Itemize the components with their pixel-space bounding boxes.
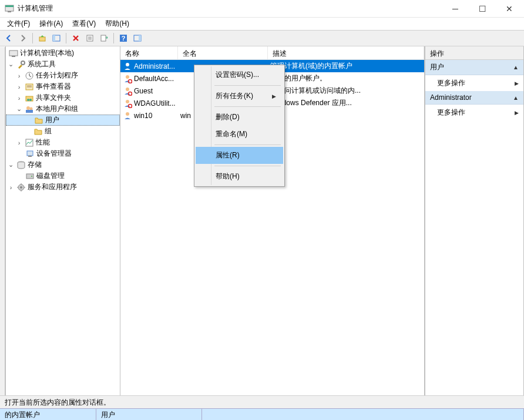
svg-point-41 <box>126 100 129 103</box>
list-header: 名称 全名 描述 <box>120 46 424 60</box>
user-disabled-icon <box>123 86 132 96</box>
disk-icon <box>25 172 35 181</box>
chevron-right-icon: ▶ <box>272 93 276 99</box>
tree-groups[interactable]: 组 <box>6 126 120 137</box>
svg-point-17 <box>21 61 25 65</box>
bottom-remnant: 的内置帐户 用户 <box>0 408 524 420</box>
menu-action[interactable]: 操作(A) <box>36 18 66 30</box>
column-description[interactable]: 描述 <box>268 46 424 59</box>
tree-event-viewer[interactable]: › 事件查看器 <box>6 81 120 92</box>
column-fullname[interactable]: 全名 <box>178 46 268 59</box>
event-icon <box>25 82 34 92</box>
menu-separator <box>214 166 281 166</box>
left-strip <box>0 47 5 395</box>
expand-icon[interactable]: › <box>7 184 15 191</box>
cm-delete[interactable]: 删除(D) <box>196 109 283 126</box>
svg-point-25 <box>26 106 30 110</box>
folder-icon <box>34 116 43 125</box>
tree-system-tools[interactable]: ⌄ 系统工具 <box>6 59 120 70</box>
svg-rect-14 <box>139 35 141 41</box>
delete-button[interactable] <box>69 32 82 45</box>
expand-icon[interactable]: › <box>15 83 23 90</box>
users-groups-icon <box>25 105 34 114</box>
services-icon <box>16 183 26 192</box>
column-name[interactable]: 名称 <box>120 46 178 59</box>
actions-section-users[interactable]: 用户 ▲ <box>425 60 523 75</box>
menubar: 文件(F) 操作(A) 查看(V) 帮助(H) <box>0 18 524 30</box>
svg-rect-29 <box>27 151 33 156</box>
actions-more-users[interactable]: 更多操作 ▶ <box>425 75 523 91</box>
up-button[interactable] <box>36 32 49 45</box>
collapse-icon[interactable]: ⌄ <box>7 161 15 169</box>
chevron-right-icon: ▶ <box>515 80 519 86</box>
forward-button[interactable] <box>16 32 29 45</box>
cm-all-tasks[interactable]: 所有任务(K)▶ <box>196 88 283 105</box>
show-hide-tree-button[interactable] <box>50 32 63 45</box>
cm-properties[interactable]: 属性(R) <box>196 147 283 164</box>
svg-point-37 <box>126 75 129 79</box>
svg-rect-2 <box>8 11 11 12</box>
toolbar-separator <box>66 33 66 43</box>
window-title: 计算机管理 <box>18 4 442 14</box>
expand-icon[interactable]: › <box>15 95 23 102</box>
cm-rename[interactable]: 重命名(M) <box>196 126 283 143</box>
minimize-button[interactable]: ─ <box>442 0 469 18</box>
maximize-button[interactable]: ☐ <box>469 0 496 18</box>
chevron-right-icon: ▶ <box>515 110 519 116</box>
svg-point-33 <box>31 176 32 177</box>
tree-services-apps[interactable]: › 服务和应用程序 <box>6 182 120 193</box>
tree-disk-management[interactable]: 磁盘管理 <box>6 170 120 182</box>
tree-performance[interactable]: › 性能 <box>6 137 120 148</box>
tree-root[interactable]: 计算机管理(本地) <box>6 48 120 59</box>
export-button[interactable] <box>98 32 110 45</box>
performance-icon <box>25 138 34 147</box>
menu-separator <box>214 85 281 86</box>
app-icon <box>5 4 14 14</box>
tree-local-users-groups[interactable]: ⌄ 本地用户和组 <box>6 103 120 115</box>
tree-panel[interactable]: 计算机管理(本地) ⌄ 系统工具 › 任务计划程序 › 事件查看器 › 共享文件… <box>5 46 120 395</box>
svg-point-24 <box>29 99 32 101</box>
status-text: 打开当前所选内容的属性对话框。 <box>5 398 110 406</box>
menu-separator <box>214 145 281 145</box>
actions-section-administrator[interactable]: Administrator ▲ <box>425 91 523 105</box>
svg-rect-5 <box>53 35 55 41</box>
actions-more-admin[interactable]: 更多操作 ▶ <box>425 105 523 120</box>
tree-device-manager[interactable]: 设备管理器 <box>6 148 120 159</box>
svg-rect-30 <box>28 156 32 157</box>
clock-icon <box>25 71 34 80</box>
tree-task-scheduler[interactable]: › 任务计划程序 <box>6 70 120 81</box>
device-icon <box>25 149 35 159</box>
menu-help[interactable]: 帮助(H) <box>102 18 133 30</box>
menu-separator <box>214 106 281 107</box>
collapse-icon[interactable]: ⌄ <box>15 105 23 113</box>
toolbar-separator <box>113 33 114 43</box>
context-menu[interactable]: 设置密码(S)... 所有任务(K)▶ 删除(D) 重命名(M) 属性(R) 帮… <box>194 65 285 187</box>
titlebar: 计算机管理 ─ ☐ ✕ <box>0 0 524 18</box>
back-button[interactable] <box>2 32 15 45</box>
tree-storage[interactable]: ⌄ 存储 <box>6 159 120 170</box>
svg-point-26 <box>30 107 33 110</box>
user-disabled-icon <box>123 74 132 83</box>
status-bar: 打开当前所选内容的属性对话框。 <box>0 395 524 408</box>
menu-file[interactable]: 文件(F) <box>4 18 33 30</box>
cm-help[interactable]: 帮助(H) <box>196 168 283 185</box>
show-action-pane-button[interactable] <box>131 32 144 45</box>
expand-icon[interactable]: › <box>15 72 23 79</box>
actions-panel: 操作 用户 ▲ 更多操作 ▶ Administrator ▲ 更多操作 ▶ <box>425 46 524 395</box>
cm-set-password[interactable]: 设置密码(S)... <box>196 66 283 83</box>
collapse-icon: ▲ <box>513 64 519 70</box>
computer-icon <box>9 49 18 58</box>
actions-header: 操作 <box>425 46 523 60</box>
expand-icon[interactable]: › <box>15 139 23 146</box>
collapse-icon: ▲ <box>513 95 519 101</box>
storage-icon <box>16 160 26 170</box>
tree-shared-folders[interactable]: › 共享文件夹 <box>6 92 120 103</box>
properties-button[interactable] <box>83 32 96 45</box>
collapse-icon[interactable]: ⌄ <box>7 61 15 68</box>
tree-users[interactable]: 用户 <box>6 115 120 126</box>
help-button[interactable]: ? <box>117 32 130 45</box>
svg-rect-3 <box>39 37 45 41</box>
svg-rect-27 <box>26 110 33 113</box>
close-button[interactable]: ✕ <box>496 0 523 18</box>
menu-view[interactable]: 查看(V) <box>69 18 99 30</box>
